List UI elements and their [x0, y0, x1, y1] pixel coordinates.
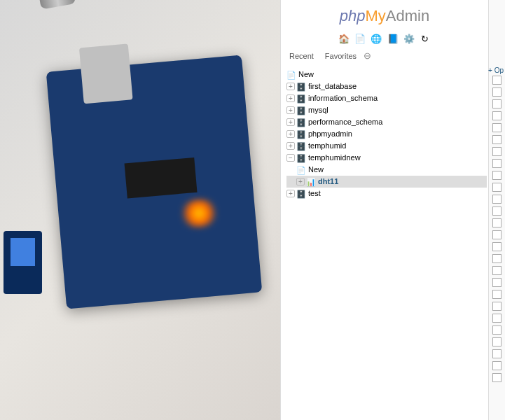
checkbox[interactable]: [492, 147, 501, 156]
expand-icon[interactable]: +: [286, 83, 295, 90]
logout-icon[interactable]: 📄: [354, 34, 366, 45]
database-icon: 🗄️: [296, 118, 306, 127]
expand-icon[interactable]: +: [286, 190, 295, 197]
checkbox[interactable]: [492, 123, 501, 132]
dht11-sensor: [4, 231, 42, 294]
checkbox[interactable]: [492, 230, 501, 239]
checkbox[interactable]: [492, 290, 501, 299]
expand-icon[interactable]: +: [296, 178, 305, 186]
database-icon: 🗄️: [296, 94, 306, 104]
tree-db-information_schema[interactable]: + 🗄️ information_schema: [286, 92, 487, 104]
tree-db-phpmyadmin[interactable]: + 🗄️ phpmyadmin: [286, 128, 487, 140]
home-icon[interactable]: 🏠: [338, 34, 350, 45]
right-strip: + Op: [488, 0, 505, 420]
checkbox[interactable]: [492, 314, 501, 323]
expand-icon[interactable]: +: [286, 142, 295, 150]
checkbox[interactable]: [492, 111, 501, 120]
reload-icon[interactable]: ↻: [420, 34, 431, 45]
ethernet-cable: [29, 0, 76, 10]
tree-db-temphumid[interactable]: + 🗄️ temphumid: [286, 140, 487, 152]
expand-icon[interactable]: +: [286, 118, 295, 126]
checkbox[interactable]: [492, 88, 501, 97]
tree-label: dht11: [318, 176, 338, 187]
checkbox[interactable]: [492, 373, 501, 382]
checkbox[interactable]: [492, 206, 501, 216]
tree-label: phpmyadmin: [308, 129, 352, 139]
tree-label: performance_schema: [308, 117, 382, 127]
checkbox[interactable]: [492, 195, 501, 204]
database-icon: 🗄️: [296, 141, 306, 151]
database-icon: 🗄️: [296, 189, 306, 199]
settings-icon[interactable]: ⚙️: [403, 34, 415, 45]
checkbox[interactable]: [492, 361, 501, 370]
tree-label: first_database: [308, 81, 357, 92]
expand-icon[interactable]: +: [286, 106, 295, 114]
database-icon: 🗄️: [296, 153, 306, 163]
checkbox[interactable]: [492, 337, 501, 346]
checkbox[interactable]: [492, 266, 501, 275]
database-icon: 🗄️: [296, 106, 306, 115]
link-icon[interactable]: ⊖: [364, 50, 371, 62]
tree-db-performance_schema[interactable]: + 🗄️ performance_schema: [286, 116, 487, 128]
nav-tabs: Recent Favorites ⊖: [281, 48, 488, 64]
tree-db-mysql[interactable]: + 🗄️ mysql: [286, 104, 487, 116]
logo-part-my: My: [366, 7, 386, 24]
checkbox[interactable]: [492, 242, 501, 251]
sensor-body: [11, 238, 35, 266]
tree-label: test: [308, 188, 321, 199]
tab-favorites[interactable]: Favorites: [321, 50, 361, 62]
expand-icon[interactable]: +: [286, 94, 295, 102]
options-link[interactable]: + Op: [488, 66, 504, 74]
table-icon: 📊: [306, 177, 316, 187]
sql-icon[interactable]: 🌐: [371, 34, 382, 45]
checkbox[interactable]: [492, 302, 501, 311]
tree-table-dht11[interactable]: + 📊 dht11: [286, 176, 487, 188]
docs-icon[interactable]: 📘: [387, 34, 399, 45]
tree-db-test[interactable]: + 🗄️ test: [286, 188, 487, 200]
database-icon: 🗄️: [296, 82, 306, 92]
new-db-icon: 📄: [286, 70, 296, 80]
phpmyadmin-panel: phpMyAdmin 🏠 📄 🌐 📘 ⚙️ ↻ Recent Favorites…: [280, 0, 505, 420]
collapse-icon[interactable]: −: [286, 154, 295, 162]
checkbox[interactable]: [492, 349, 501, 358]
microcontroller-chip: [125, 158, 198, 199]
tree-label: temphumidnew: [308, 153, 361, 163]
checkbox[interactable]: [492, 183, 501, 192]
logo-part-php: php: [340, 7, 366, 24]
tree-db-temphumidnew[interactable]: − 🗄️ temphumidnew: [286, 152, 487, 164]
database-tree: 📄 New + 🗄️ first_database + 🗄️ informati…: [281, 66, 488, 202]
new-table-icon: 📄: [296, 165, 306, 175]
phpmyadmin-logo[interactable]: phpMyAdmin: [281, 4, 488, 31]
toolbar: 🏠 📄 🌐 📘 ⚙️ ↻: [281, 31, 488, 48]
expand-icon[interactable]: +: [286, 130, 295, 138]
tree-label: information_schema: [308, 93, 378, 104]
arduino-photo: [0, 0, 280, 420]
led-glow: [177, 197, 221, 229]
checkbox[interactable]: [492, 76, 501, 85]
logo-part-admin: Admin: [386, 7, 429, 24]
checkbox[interactable]: [492, 135, 501, 144]
checkbox[interactable]: [492, 278, 501, 287]
checkbox[interactable]: [492, 99, 501, 108]
tree-db-first_database[interactable]: + 🗄️ first_database: [286, 80, 487, 92]
tree-new-top[interactable]: 📄 New: [286, 69, 487, 80]
checkbox[interactable]: [492, 159, 501, 168]
checkbox[interactable]: [492, 254, 501, 263]
tree-label: temphumid: [308, 141, 346, 151]
database-icon: 🗄️: [296, 130, 306, 139]
tree-new-table[interactable]: 📄 New: [286, 164, 487, 176]
checkbox[interactable]: [492, 218, 501, 227]
checkbox-column: [489, 76, 505, 382]
checkbox[interactable]: [492, 326, 501, 335]
checkbox[interactable]: [492, 171, 501, 180]
ethernet-jack: [79, 44, 133, 104]
tree-label: mysql: [308, 105, 328, 115]
tree-label: New: [308, 164, 324, 175]
tree-label: New: [298, 69, 314, 80]
arduino-board: [46, 55, 263, 309]
sidebar: phpMyAdmin 🏠 📄 🌐 📘 ⚙️ ↻ Recent Favorites…: [281, 0, 488, 420]
tab-recent[interactable]: Recent: [285, 50, 318, 62]
